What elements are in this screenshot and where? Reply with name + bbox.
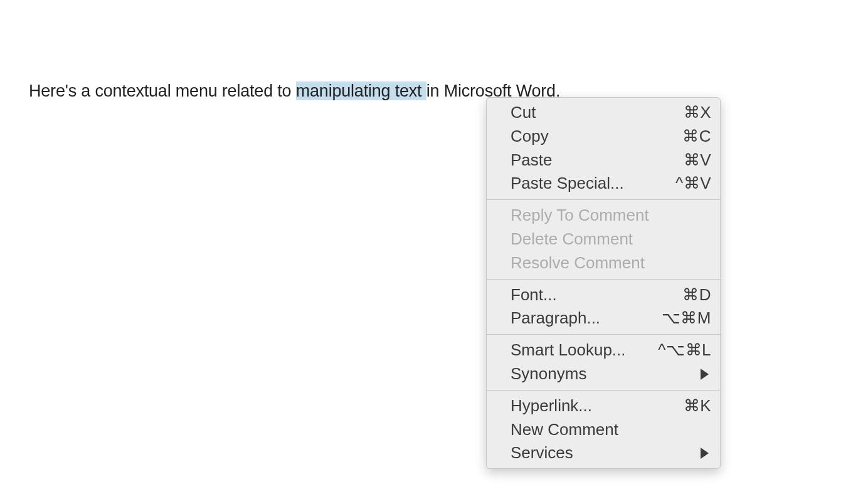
menu-item-synonyms[interactable]: Synonyms [487,362,720,386]
menu-item-new-comment[interactable]: New Comment [487,418,720,442]
submenu-arrow-icon [701,448,709,459]
menu-label: Paste [511,150,684,171]
menu-shortcut: ⌘K [684,396,711,417]
menu-label: Cut [511,102,684,123]
menu-shortcut: ⌘V [684,150,711,171]
menu-item-font[interactable]: Font... ⌘D [487,283,720,307]
menu-item-delete-comment: Delete Comment [487,228,720,251]
menu-separator [487,334,720,335]
document-text: Here's a contextual menu related to mani… [29,81,560,101]
menu-item-cut[interactable]: Cut ⌘X [487,101,720,125]
menu-item-paste-special[interactable]: Paste Special... ^⌘V [487,172,720,196]
text-highlighted: manipulating text [296,81,426,100]
menu-label: Font... [511,285,682,306]
menu-shortcut: ⌘C [682,126,711,147]
menu-item-paste[interactable]: Paste ⌘V [487,149,720,172]
menu-label: Hyperlink... [511,396,684,417]
text-before: Here's a contextual menu related to [29,81,296,100]
menu-shortcut: ⌘X [684,102,711,123]
menu-shortcut: ^⌥⌘L [658,340,711,361]
menu-label: New Comment [511,419,711,441]
submenu-arrow-icon [701,369,709,380]
menu-item-hyperlink[interactable]: Hyperlink... ⌘K [487,394,720,418]
menu-shortcut: ^⌘V [675,173,711,194]
menu-shortcut: ⌘D [682,285,711,306]
menu-label: Paste Special... [511,173,675,194]
menu-label: Copy [511,126,682,147]
menu-label: Services [511,443,701,464]
menu-separator [487,390,720,391]
menu-item-services[interactable]: Services [487,441,720,465]
menu-separator [487,199,720,200]
menu-item-reply-comment: Reply To Comment [487,204,720,228]
menu-item-resolve-comment: Resolve Comment [487,251,720,275]
menu-shortcut: ⌥⌘M [662,308,711,329]
menu-label: Paragraph... [511,308,662,329]
menu-item-paragraph[interactable]: Paragraph... ⌥⌘M [487,307,720,330]
menu-label: Resolve Comment [511,253,711,274]
context-menu: Cut ⌘X Copy ⌘C Paste ⌘V Paste Special...… [486,97,721,469]
menu-item-smart-lookup[interactable]: Smart Lookup... ^⌥⌘L [487,339,720,362]
menu-item-copy[interactable]: Copy ⌘C [487,125,720,149]
menu-label: Reply To Comment [511,205,711,226]
menu-label: Synonyms [511,364,701,385]
menu-label: Delete Comment [511,229,711,250]
menu-separator [487,279,720,280]
menu-label: Smart Lookup... [511,340,658,361]
